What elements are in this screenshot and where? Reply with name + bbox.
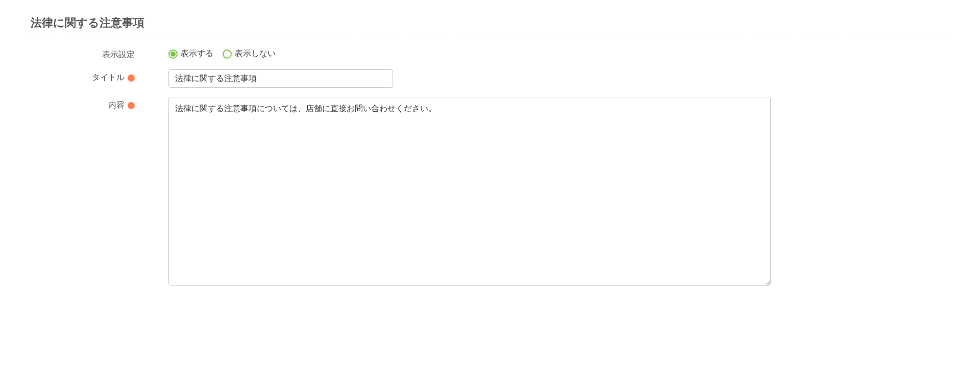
control-title — [143, 69, 949, 88]
label-display-setting-text: 表示設定 — [102, 49, 135, 60]
control-content — [143, 97, 949, 288]
label-title: タイトル — [31, 69, 143, 83]
row-content: 内容 — [31, 97, 949, 288]
radio-icon — [223, 49, 232, 59]
content-textarea[interactable] — [168, 97, 771, 286]
radio-group-display: 表示する 表示しない — [168, 46, 949, 59]
section-title: 法律に関する注意事項 — [31, 15, 949, 36]
radio-label-hide: 表示しない — [235, 48, 276, 59]
radio-option-show[interactable]: 表示する — [168, 48, 213, 59]
label-content: 内容 — [31, 97, 143, 111]
title-input[interactable] — [168, 69, 393, 88]
radio-option-hide[interactable]: 表示しない — [223, 48, 276, 59]
row-display-setting: 表示設定 表示する 表示しない — [31, 46, 949, 60]
label-title-text: タイトル — [92, 72, 125, 83]
row-title: タイトル — [31, 69, 949, 88]
radio-label-show: 表示する — [181, 48, 213, 59]
control-display-setting: 表示する 表示しない — [143, 46, 949, 59]
label-display-setting: 表示設定 — [31, 46, 143, 60]
required-icon — [128, 74, 135, 82]
radio-icon — [168, 49, 178, 59]
required-icon — [128, 102, 135, 109]
label-content-text: 内容 — [108, 100, 125, 111]
